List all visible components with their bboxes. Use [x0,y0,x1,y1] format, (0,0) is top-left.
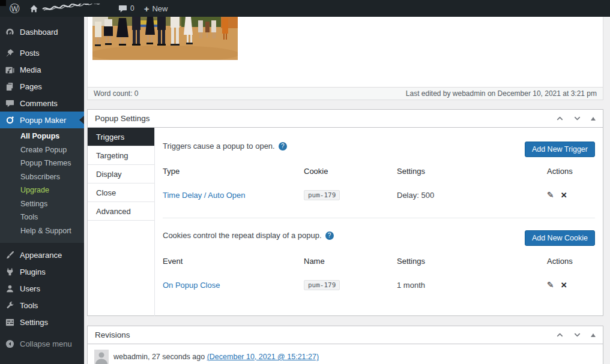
sidebar-item-label: Media [20,65,41,74]
add-new-cookie-button[interactable]: Add New Cookie [525,230,595,246]
admin-sidebar: Dashboard Posts Media Pages Comments Pop… [0,17,84,364]
cookies-table: Event Name Settings Actions On Popup Clo… [163,255,595,291]
order-down-button[interactable] [573,115,581,122]
dashboard-icon [5,28,14,37]
wordpress-logo-icon: Ⓦ [10,4,20,14]
submenu-item-popup-themes[interactable]: Popup Themes [0,157,84,170]
settings-icon [5,318,14,327]
sidebar-item-posts[interactable]: Posts [0,44,84,61]
home-icon [29,4,38,13]
popup-maker-submenu: All Popups Create Popup Popup Themes Sub… [0,128,84,243]
order-up-button[interactable] [556,115,564,122]
delete-cookie-icon[interactable]: ✕ [561,281,567,290]
tab-advanced[interactable]: Advanced [88,202,154,221]
sidebar-item-dashboard[interactable]: Dashboard [0,22,84,42]
cookie-settings-value: 1 month [397,281,547,290]
pages-icon [5,82,14,91]
admin-bar-comments[interactable]: 0 [113,0,139,17]
help-icon[interactable]: ? [279,142,287,151]
settings-tab-list: Triggers Targeting Display Close Advance… [88,128,155,316]
sidebar-item-users[interactable]: Users [0,280,84,297]
trigger-settings-value: Delay: 500 [397,191,547,200]
metabox-title: Popup Settings [95,114,150,123]
order-up-button[interactable] [556,331,564,339]
order-down-button[interactable] [573,331,581,339]
sidebar-item-label: Tools [20,301,38,310]
help-icon[interactable]: ? [325,231,334,240]
sidebar-item-pages[interactable]: Pages [0,78,84,95]
sidebar-item-media[interactable]: Media [0,61,84,78]
cookies-description: Cookies control the repeat display of a … [163,231,334,240]
delete-trigger-icon[interactable]: ✕ [561,191,567,200]
sidebar-item-label: Pages [20,82,42,91]
trigger-row: Time Delay / Auto Open pum-179 Delay: 50… [163,188,595,201]
popup-settings-metabox: Popup Settings Triggers Targeting Displa… [87,109,603,316]
popup-settings-header[interactable]: Popup Settings [88,110,603,128]
add-new-trigger-button[interactable]: Add New Trigger [525,142,595,157]
comment-bubble-icon [118,4,127,13]
active-menu-arrow [79,116,84,124]
submenu-item-all-popups[interactable]: All Popups [0,130,84,143]
admin-bar-new[interactable]: + New [139,0,173,17]
media-icon [5,65,14,74]
triggers-table: Type Cookie Settings Actions Time Delay … [163,165,595,201]
main-content: Word count: 0 Last edited by webadmin on… [84,17,610,364]
cookie-row: On Popup Close pum-179 1 month ✎ ✕ [163,278,595,291]
editor-panel: Word count: 0 Last edited by webadmin on… [87,17,603,100]
admin-bar: Ⓦ 0 + New [0,0,610,17]
sidebar-item-label: Users [20,284,40,293]
submenu-item-tools[interactable]: Tools [0,210,84,224]
submenu-item-settings[interactable]: Settings [0,197,84,211]
edit-cookie-icon[interactable]: ✎ [547,280,554,290]
plus-icon: + [144,4,149,13]
sidebar-item-label: Collapse menu [20,339,72,348]
cookies-table-header: Event Name Settings Actions [163,255,595,267]
cookie-name-tag: pum-179 [304,280,340,290]
sidebar-item-label: Appearance [20,251,62,260]
sidebar-item-settings[interactable]: Settings [0,314,84,330]
tab-triggers[interactable]: Triggers [88,128,154,146]
tab-targeting[interactable]: Targeting [88,146,154,165]
popup-maker-icon [5,116,14,125]
sidebar-item-label: Posts [20,49,40,58]
cookie-event-link[interactable]: On Popup Close [163,281,220,290]
trigger-type-link[interactable]: Time Delay / Auto Open [163,191,246,200]
popup-content-image[interactable] [92,17,238,60]
users-icon [5,284,14,293]
revision-date-link[interactable]: (December 10, 2021 @ 15:21:27) [207,353,319,361]
collapse-menu-button[interactable]: Collapse menu [0,335,84,352]
sidebar-item-label: Comments [20,99,58,108]
submenu-item-upgrade[interactable]: Upgrade [0,183,84,197]
collapse-icon [5,339,14,348]
sidebar-item-popup-maker[interactable]: Popup Maker [0,112,84,128]
section-divider [163,218,595,218]
appearance-icon [5,251,14,260]
sidebar-item-appearance[interactable]: Appearance [0,246,84,263]
sidebar-item-plugins[interactable]: Plugins [0,263,84,280]
submenu-item-help-support[interactable]: Help & Support [0,224,84,238]
comments-icon [5,99,14,108]
metabox-title: Revisions [95,330,130,339]
pin-icon [5,49,14,58]
sidebar-item-label: Settings [20,318,48,327]
wrench-icon [5,301,14,310]
word-count: Word count: 0 [94,89,138,98]
new-label: New [152,4,168,13]
wp-logo-menu[interactable]: Ⓦ [5,0,25,17]
editor-status-bar: Word count: 0 Last edited by webadmin on… [88,87,603,100]
sidebar-item-label: Plugins [20,267,46,276]
tab-display[interactable]: Display [88,165,154,183]
toggle-panel-button[interactable] [591,117,596,121]
toggle-panel-button[interactable] [591,333,596,337]
revisions-metabox: Revisions webadmin, 27 seconds ago (Dece… [87,326,603,364]
plugins-icon [5,267,14,276]
last-edited: Last edited by webadmin on December 10, … [406,89,597,98]
site-name-menu[interactable] [25,0,113,17]
sidebar-item-comments[interactable]: Comments [0,95,84,112]
submenu-item-subscribers[interactable]: Subscribers [0,170,84,184]
submenu-item-create-popup[interactable]: Create Popup [0,143,84,157]
edit-trigger-icon[interactable]: ✎ [547,190,554,200]
tab-close[interactable]: Close [88,183,154,202]
sidebar-item-tools[interactable]: Tools [0,297,84,314]
revisions-header[interactable]: Revisions [88,326,603,344]
